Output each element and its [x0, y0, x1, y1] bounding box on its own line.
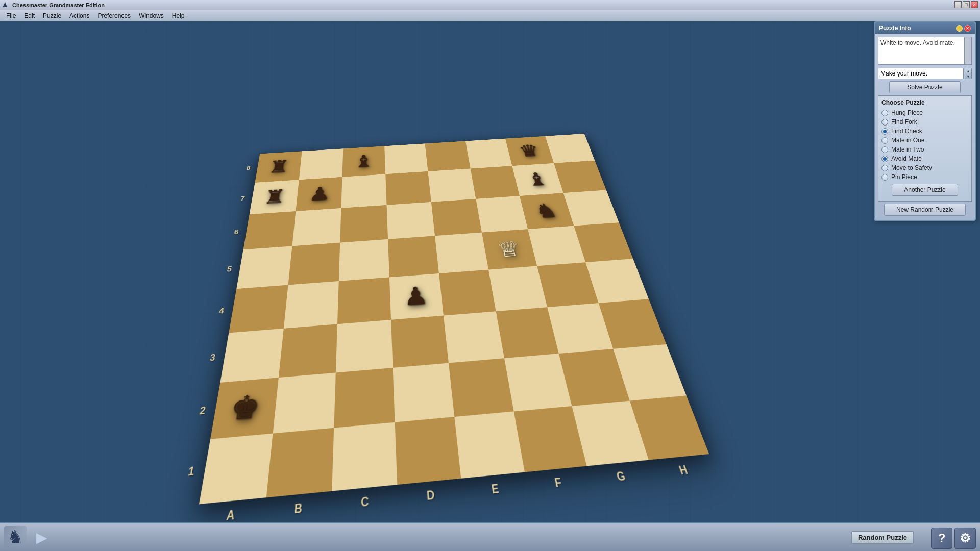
- menu-help[interactable]: Help: [168, 11, 189, 20]
- menu-preferences[interactable]: Preferences: [93, 11, 135, 20]
- piece-black-rook-a8[interactable]: ♜: [255, 151, 302, 183]
- puzzle-option-find-check[interactable]: Find Check: [881, 128, 968, 135]
- radio-hung-piece[interactable]: [881, 110, 888, 116]
- square-f6[interactable]: [476, 196, 528, 233]
- help-button[interactable]: ?: [931, 528, 952, 549]
- square-b6[interactable]: [292, 208, 341, 246]
- titlebar: ♟ Chessmaster Grandmaster Edition _ □ ✕: [0, 0, 980, 10]
- minimize-button[interactable]: _: [954, 1, 962, 8]
- piece-black-king-a2[interactable]: ♚: [210, 378, 278, 439]
- maximize-button[interactable]: □: [963, 1, 970, 8]
- square-c8[interactable]: ♝: [342, 146, 385, 177]
- square-b7[interactable]: ♟: [296, 177, 342, 211]
- close-button[interactable]: ✕: [971, 1, 978, 8]
- menu-puzzle[interactable]: Puzzle: [39, 11, 65, 20]
- square-e7[interactable]: [428, 168, 475, 202]
- square-a1[interactable]: [199, 434, 273, 505]
- square-c5[interactable]: [339, 239, 389, 281]
- radio-find-fork[interactable]: [881, 119, 888, 126]
- square-a4[interactable]: [229, 285, 288, 333]
- puzzle-option-pin-piece[interactable]: Pin Piece: [881, 173, 968, 181]
- square-c3[interactable]: [336, 320, 393, 373]
- piece-white-queen-f5[interactable]: ♕: [482, 229, 537, 270]
- square-a2[interactable]: ♚: [210, 378, 278, 439]
- move-input-field[interactable]: [878, 68, 964, 79]
- square-d2[interactable]: [393, 363, 454, 422]
- radio-mate-in-one[interactable]: [881, 137, 888, 144]
- puzzle-option-find-fork[interactable]: Find Fork: [881, 118, 968, 126]
- square-a6[interactable]: [243, 211, 296, 249]
- piece-black-bishop-c8[interactable]: ♝: [342, 146, 385, 177]
- square-h8[interactable]: [545, 134, 595, 163]
- piece-black-pawn-d4[interactable]: ♟: [389, 273, 443, 320]
- square-d8[interactable]: [384, 143, 428, 174]
- square-d7[interactable]: [385, 171, 431, 205]
- square-b5[interactable]: [288, 243, 340, 285]
- square-b1[interactable]: [266, 428, 334, 498]
- radio-pin-piece[interactable]: [881, 174, 888, 181]
- square-d5[interactable]: [388, 236, 439, 277]
- square-g8[interactable]: ♛: [505, 136, 554, 166]
- radio-avoid-mate[interactable]: [881, 156, 888, 162]
- square-e1[interactable]: [454, 411, 524, 478]
- square-f8[interactable]: [465, 139, 512, 169]
- square-d1[interactable]: [395, 417, 461, 485]
- menu-file[interactable]: File: [2, 11, 20, 20]
- panel-minimize-button[interactable]: –: [956, 25, 963, 32]
- square-a5[interactable]: [236, 246, 292, 289]
- square-e4[interactable]: [439, 270, 496, 316]
- square-c6[interactable]: [340, 205, 387, 243]
- random-puzzle-label[interactable]: Random Puzzle: [851, 531, 914, 544]
- square-b4[interactable]: [283, 281, 339, 329]
- puzzle-option-mate-in-one[interactable]: Mate in One: [881, 137, 968, 144]
- square-d6[interactable]: [386, 202, 435, 239]
- square-d4[interactable]: ♟: [389, 273, 443, 320]
- square-f7[interactable]: [470, 166, 520, 199]
- puzzle-option-move-to-safety[interactable]: Move to Safety: [881, 164, 968, 171]
- square-b8[interactable]: [299, 148, 343, 180]
- square-a3[interactable]: [220, 329, 283, 383]
- label-mate-two: Mate in Two: [891, 146, 924, 153]
- puzzle-panel-header-controls: – ✕: [956, 25, 971, 32]
- another-puzzle-button[interactable]: Another Puzzle: [892, 184, 958, 196]
- settings-button[interactable]: ⚙: [954, 528, 976, 549]
- puzzle-option-avoid-mate[interactable]: Avoid Mate: [881, 155, 968, 162]
- square-e6[interactable]: [431, 199, 482, 236]
- square-c7[interactable]: [341, 174, 386, 208]
- puzzle-info-text: White to move. Avoid mate.: [878, 37, 972, 65]
- square-d3[interactable]: [391, 316, 449, 368]
- puzzle-option-mate-in-two[interactable]: Mate in Two: [881, 146, 968, 153]
- square-e2[interactable]: [449, 358, 513, 417]
- panel-close-button[interactable]: ✕: [964, 25, 971, 32]
- chess-board-wrapper: 8 7 6 5 4 3 2 1 ♜: [235, 80, 633, 462]
- square-a7[interactable]: ♜: [250, 180, 299, 214]
- square-f5[interactable]: ♕: [482, 229, 537, 270]
- square-b3[interactable]: [278, 324, 337, 378]
- radio-move-to-safety[interactable]: [881, 165, 888, 171]
- spinner-up[interactable]: ▲: [965, 68, 971, 73]
- piece-black-pawn-b7[interactable]: ♟: [296, 177, 342, 211]
- square-e3[interactable]: [444, 311, 504, 363]
- move-spinner[interactable]: ▲ ▼: [965, 68, 972, 79]
- menu-actions[interactable]: Actions: [65, 11, 93, 20]
- menu-windows[interactable]: Windows: [135, 11, 168, 20]
- puzzle-option-hung-piece[interactable]: Hung Piece: [881, 109, 968, 116]
- nav-button[interactable]: ▶: [31, 526, 53, 548]
- radio-find-check[interactable]: [881, 128, 888, 135]
- spinner-down[interactable]: ▼: [965, 73, 971, 79]
- file-e: E: [491, 482, 500, 496]
- square-e8[interactable]: [425, 141, 471, 171]
- menu-edit[interactable]: Edit: [20, 11, 39, 20]
- square-e5[interactable]: [435, 233, 488, 273]
- piece-black-rook-a7[interactable]: ♜: [250, 180, 299, 214]
- square-c4[interactable]: [337, 277, 391, 324]
- radio-mate-in-two[interactable]: [881, 146, 888, 153]
- square-c1[interactable]: [332, 422, 397, 491]
- solve-puzzle-button[interactable]: Solve Puzzle: [889, 81, 961, 93]
- piece-black-queen-g8[interactable]: ♛: [505, 136, 554, 166]
- square-a8[interactable]: ♜: [255, 151, 302, 183]
- puzzle-info-scrollbar[interactable]: [964, 37, 971, 64]
- new-random-puzzle-button[interactable]: New Random Puzzle: [884, 204, 966, 216]
- square-b2[interactable]: [273, 372, 336, 433]
- square-c2[interactable]: [334, 368, 395, 428]
